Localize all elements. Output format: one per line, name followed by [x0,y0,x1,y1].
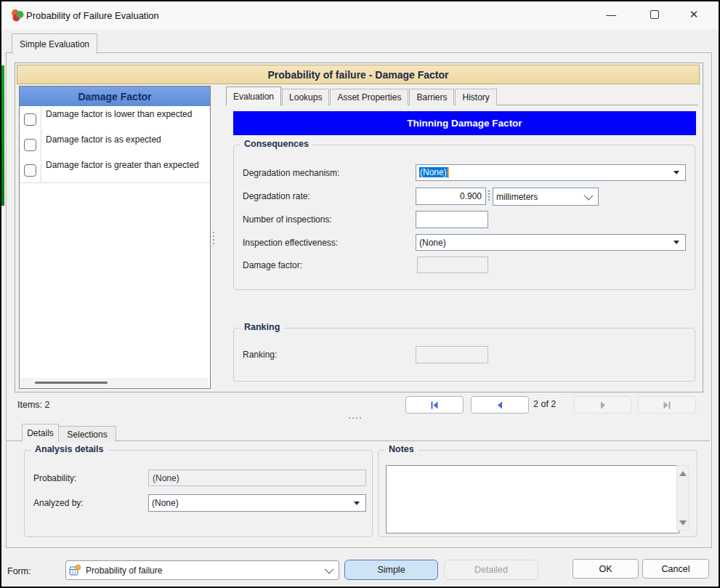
list-item[interactable]: Damage factor is greater than expected [20,157,210,183]
list-item-label: Damage factor is as expected [46,134,161,145]
inspection-effectiveness-combo[interactable]: (None) [416,234,686,251]
last-record-button[interactable] [638,396,696,414]
degradation-mechanism-combo[interactable]: (None) [416,164,686,181]
inspection-effectiveness-value: (None) [419,238,671,248]
dropdown-arrow-icon[interactable] [671,165,682,180]
dropdown-arrow-icon[interactable] [671,235,682,250]
checkbox[interactable] [24,113,36,126]
list-item[interactable]: Damage factor is as expected [20,132,210,158]
tab-evaluation-label: Evaluation [233,92,274,102]
minimize-button[interactable]: — [599,4,623,25]
degradation-rate-label: Degradation rate: [243,191,310,201]
tab-history-label: History [462,92,489,102]
checkbox[interactable] [24,139,36,151]
analyzed-by-combo[interactable]: (None) [148,494,366,512]
simple-button[interactable]: Simple [344,560,438,580]
section-header: Probability of failure - Damage Factor [17,65,700,84]
degradation-rate-unit-combo[interactable]: millimeters [493,188,599,206]
last-record-icon [662,400,672,410]
text-caret [448,167,449,178]
dropdown-arrow-icon[interactable] [351,495,363,511]
tab-selections[interactable]: Selections [58,426,116,442]
maximize-button[interactable] [642,4,667,25]
degradation-mechanism-value: (None) [419,167,448,177]
analyzed-by-label: Analyzed by: [33,498,84,508]
consequences-group-title: Consequences [240,139,312,149]
probability-label: Probability: [33,473,76,483]
analysis-details-group: Analysis details Probability: (None) Ana… [24,450,373,537]
scroll-up-icon[interactable] [677,467,688,479]
detailed-button-label: Detailed [474,565,508,575]
ranking-input [416,346,488,363]
notes-textarea[interactable] [386,465,679,533]
next-record-button[interactable] [574,396,631,414]
tab-details[interactable]: Details [22,424,59,442]
unit-splitter[interactable] [488,190,490,201]
list-item-label: Damage factor is lower than expected [46,109,192,119]
horizontal-scrollbar[interactable] [20,378,209,387]
section-header-title: Probability of failure - Damage Factor [268,69,449,81]
form-value: Probability of failure [86,565,324,576]
horizontal-splitter[interactable] [349,417,361,419]
form-combo[interactable]: Probability of failure [65,560,339,580]
app-icon [10,8,25,23]
scrollbar-thumb[interactable] [35,382,108,384]
tab-selections-label: Selections [67,430,107,440]
analysis-details-title: Analysis details [31,444,108,454]
degradation-rate-value: 0.900 [460,191,482,201]
tab-asset-properties[interactable]: Asset Properties [330,89,408,105]
tab-evaluation[interactable]: Evaluation [226,86,281,105]
tab-history[interactable]: History [455,89,496,105]
tab-lookups[interactable]: Lookups [282,89,329,105]
dialog-probability-of-failure-evaluation: Probability of Failure Evaluation — ✕ Si… [0,0,720,588]
degradation-rate-input[interactable]: 0.900 [416,188,486,205]
previous-record-icon [495,400,505,410]
form-icon [69,564,81,576]
cancel-button-label: Cancel [662,564,690,574]
simple-button-label: Simple [377,565,405,575]
degradation-rate-unit-value: millimeters [496,192,583,202]
number-of-inspections-input[interactable] [416,211,488,228]
chevron-down-icon[interactable] [583,188,595,205]
previous-record-button[interactable] [471,396,529,414]
number-of-inspections-label: Number of inspections: [243,214,332,225]
checkbox-cell [20,157,41,182]
notes-scrollbar[interactable] [676,465,689,531]
damage-factor-list: Damage Factor Damage factor is lower tha… [19,86,211,389]
title-bar: Probability of Failure Evaluation — ✕ [1,1,719,29]
probability-field: (None) [148,470,366,486]
close-button[interactable]: ✕ [681,4,706,25]
scroll-down-icon[interactable] [677,517,688,528]
items-count: Items: 2 [17,400,49,410]
tab-lookups-label: Lookups [289,92,322,102]
tab-barriers[interactable]: Barriers [409,89,454,105]
ranking-label: Ranking: [243,350,277,360]
first-record-button[interactable] [405,396,464,414]
ranking-group: Ranking Ranking: [233,328,695,382]
thinning-banner-label: Thinning Damage Factor [407,118,522,129]
tab-asset-properties-label: Asset Properties [337,92,401,102]
damage-factor-label: Damage factor: [243,260,302,270]
close-icon: ✕ [689,8,699,21]
desktop-sliver [1,65,4,206]
detailed-button[interactable]: Detailed [444,560,538,580]
detail-tab-strip: Evaluation Lookups Asset Properties Barr… [226,87,498,105]
tab-simple-evaluation[interactable]: Simple Evaluation [12,33,97,54]
tab-barriers-label: Barriers [416,92,447,102]
minimize-icon: — [606,9,616,20]
cancel-button[interactable]: Cancel [642,559,709,579]
list-item-label: Damage factor is greater than expected [46,160,199,170]
list-item[interactable]: Damage factor is lower than expected [20,106,210,132]
degradation-mechanism-label: Degradation mechanism: [243,168,339,178]
inspection-effectiveness-label: Inspection effectiveness: [243,238,338,248]
ok-button[interactable]: OK [573,559,639,579]
chevron-down-icon[interactable] [324,561,336,579]
next-record-icon [598,400,608,410]
checkbox[interactable] [24,164,36,177]
damage-factor-input [417,257,488,273]
vertical-splitter[interactable] [213,232,214,244]
thinning-banner: Thinning Damage Factor [233,111,696,135]
first-record-icon [429,400,440,410]
checkbox-cell [20,106,41,132]
probability-value: (None) [153,473,179,483]
